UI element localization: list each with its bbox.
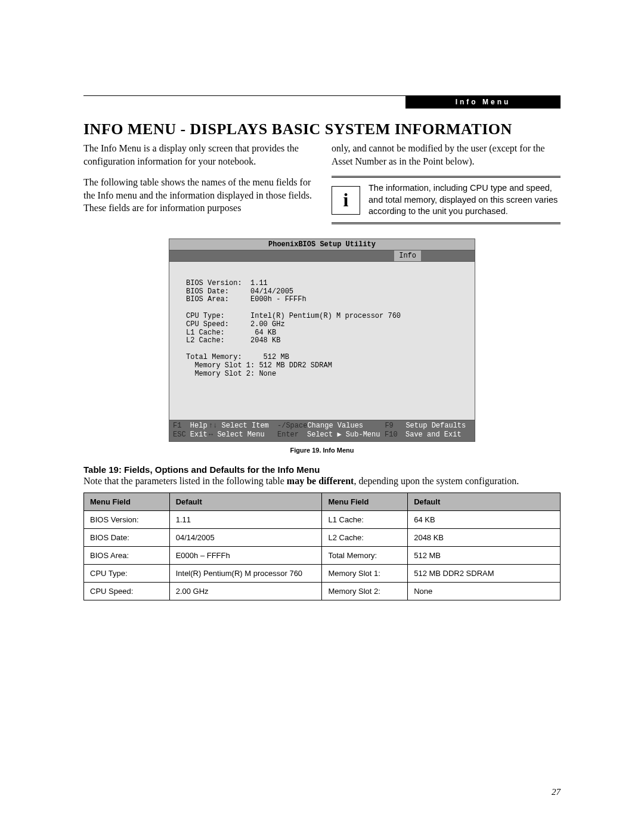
bios-key-f9: F9 <box>385 422 393 430</box>
cell-menu-field: Memory Slot 1: <box>322 565 408 583</box>
figure-caption: Figure 19. Info Menu <box>83 447 561 454</box>
bios-footer-row-2: ESC Exit ↔ Select Menu Enter Select ▶ Su… <box>173 431 471 439</box>
cell-menu-field: Total Memory: <box>322 547 408 565</box>
table-row: BIOS Date:04/14/2005L2 Cache:2048 KB <box>84 529 561 547</box>
cell-menu-field: BIOS Area: <box>84 547 170 565</box>
body-paragraph-1: The Info Menu is a display only screen t… <box>83 142 312 168</box>
info-icon: i <box>332 186 360 215</box>
col-default-2: Default <box>408 493 561 511</box>
table-row: CPU Type:Intel(R) Pentium(R) M processor… <box>84 565 561 583</box>
table-note-post: , depending upon the system configuratio… <box>354 476 519 486</box>
table-row: BIOS Version:1.11L1 Cache:64 KB <box>84 511 561 529</box>
table-row: BIOS Area:E000h – FFFFhTotal Memory:512 … <box>84 547 561 565</box>
body-paragraph-3: only, and cannot be modified by the user… <box>332 142 561 168</box>
bios-select-menu-label: Select Menu <box>217 431 264 439</box>
bios-tab-info: Info <box>394 250 421 261</box>
cell-default: 1.11 <box>169 511 322 529</box>
bios-key-enter: Enter <box>277 431 299 439</box>
table-row: CPU Speed:2.00 GHzMemory Slot 2:None <box>84 583 561 600</box>
cell-default: 2.00 GHz <box>169 583 322 600</box>
table-note: Note that the parameters listed in the f… <box>83 476 561 487</box>
section-header-bar: Info Menu <box>405 95 561 109</box>
bios-select-submenu-label: Select ▶ Sub-Menu <box>307 431 380 439</box>
bios-key-f10: F10 <box>385 431 398 439</box>
cell-menu-field: BIOS Version: <box>84 511 170 529</box>
bios-exit-label: Exit <box>190 431 208 439</box>
bios-setup-defaults-label: Setup Defaults <box>405 422 466 430</box>
cell-menu-field: Memory Slot 2: <box>322 583 408 600</box>
cell-default: Intel(R) Pentium(R) M processor 760 <box>169 565 322 583</box>
col-default-1: Default <box>169 493 322 511</box>
page-number: 27 <box>552 787 561 797</box>
cell-menu-field: CPU Speed: <box>84 583 170 600</box>
leftright-arrows-icon: ↔ <box>209 431 213 439</box>
bios-key-esc: ESC <box>173 431 186 439</box>
bios-screenshot: PhoenixBIOS Setup Utility Info BIOS Vers… <box>169 239 475 442</box>
bios-body: BIOS Version: 1.11 BIOS Date: 04/14/2005… <box>169 262 475 420</box>
bios-save-exit-label: Save and Exit <box>405 431 462 439</box>
header-bar-row: Info Menu <box>83 95 561 109</box>
bios-utility-title: PhoenixBIOS Setup Utility <box>169 239 475 250</box>
page-title: INFO MENU - DISPLAYS BASIC SYSTEM INFORM… <box>83 120 561 138</box>
bios-help-label: Help <box>190 422 208 430</box>
bios-footer-row-1: F1 Help ↑↓ Select Item -/Space Change Va… <box>173 422 471 430</box>
col-menu-field-2: Menu Field <box>322 493 408 511</box>
bios-key-f1: F1 <box>173 422 181 430</box>
cell-default: 512 MB <box>408 547 561 565</box>
table-title: Table 19: Fields, Options and Defaults f… <box>83 465 561 475</box>
table-note-pre: Note that the parameters listed in the f… <box>83 476 287 486</box>
table-note-bold: may be different <box>287 476 354 486</box>
table-header-row: Menu Field Default Menu Field Default <box>84 493 561 511</box>
note-block: i The information, including CPU type an… <box>332 176 561 224</box>
note-wrap: i The information, including CPU type an… <box>332 176 561 224</box>
cell-default: None <box>408 583 561 600</box>
page: Info Menu INFO MENU - DISPLAYS BASIC SYS… <box>0 0 644 833</box>
cell-default: E000h – FFFFh <box>169 547 322 565</box>
col-menu-field-1: Menu Field <box>84 493 170 511</box>
cell-menu-field: CPU Type: <box>84 565 170 583</box>
bios-change-values-label: Change Values <box>307 422 363 430</box>
cell-menu-field: BIOS Date: <box>84 529 170 547</box>
updown-arrows-icon: ↑↓ <box>209 422 217 430</box>
cell-default: 2048 KB <box>408 529 561 547</box>
note-text: The information, including CPU type and … <box>369 182 561 218</box>
bios-footer: F1 Help ↑↓ Select Item -/Space Change Va… <box>169 420 475 441</box>
cell-default: 64 KB <box>408 511 561 529</box>
body-columns: The Info Menu is a display only screen t… <box>83 142 561 224</box>
bios-key-space: -/Space <box>277 422 307 430</box>
defaults-table: Menu Field Default Menu Field Default BI… <box>83 493 561 600</box>
cell-menu-field: L1 Cache: <box>322 511 408 529</box>
cell-default: 512 MB DDR2 SDRAM <box>408 565 561 583</box>
bios-menu-bar: Info <box>169 250 475 262</box>
bios-select-item-label: Select Item <box>222 422 269 430</box>
cell-menu-field: L2 Cache: <box>322 529 408 547</box>
cell-default: 04/14/2005 <box>169 529 322 547</box>
body-paragraph-2: The following table shows the names of t… <box>83 176 312 215</box>
